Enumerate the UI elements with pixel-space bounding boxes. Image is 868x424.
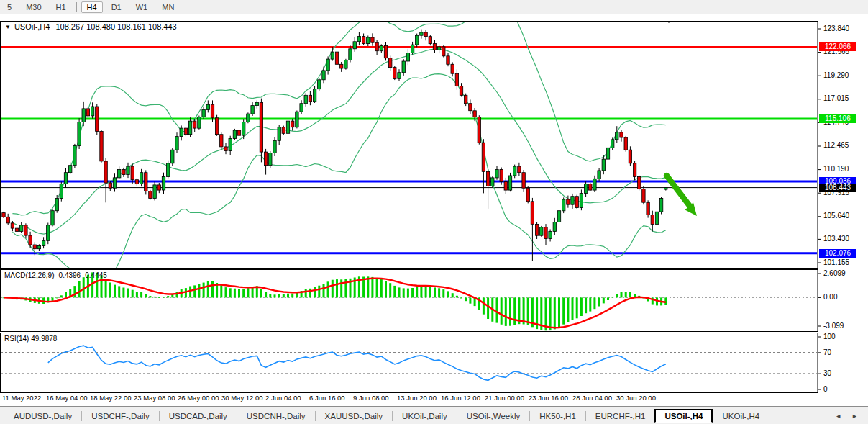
symbol-dropdown-icon[interactable]: ▼ (5, 24, 11, 30)
tab-usdchf-daily[interactable]: USDCHF-,Daily (82, 410, 159, 423)
chart-title: ▼USOil-,H4108.267 108.480 108.161 108.44… (5, 22, 177, 31)
time-axis-label: 2 Jun 04:00 (265, 394, 301, 402)
macd-axis-tick: 2.6099 (823, 269, 846, 277)
macd-axis-tick: -3.099 (823, 322, 844, 330)
time-axis: 11 May 202216 May 04:0018 May 22:0023 Ma… (0, 394, 818, 405)
price-level-label: 115.106 (819, 114, 856, 123)
timeframe-button-h4[interactable]: H4 (81, 1, 103, 13)
timeframe-button-m30[interactable]: M30 (20, 1, 47, 13)
tab-ukoil-h4[interactable]: UKOil-,H4 (713, 410, 769, 423)
time-axis-label: 26 May 00:00 (178, 394, 219, 402)
tab-eurchf-h1[interactable]: EURCHF-,H1 (586, 410, 655, 423)
rsi-axis-tick: 0 (823, 385, 828, 393)
time-axis-label: 16 Jun 12:00 (441, 394, 480, 402)
price-axis-tick: 103.430 (823, 235, 849, 243)
price-axis-tick: 123.840 (823, 24, 849, 32)
time-axis-label: 30 Jun 20:00 (616, 394, 656, 402)
price-axis-tick: 119.290 (823, 71, 849, 79)
time-axis-label: 6 Jun 16:00 (309, 394, 345, 402)
price-level-label: 108.443 (819, 184, 856, 192)
macd-indicator-label: MACD(12,26,9) -0.4396 -0.4445 (4, 271, 107, 279)
price-axis-tick: 117.015 (823, 94, 849, 102)
price-axis-tick: 110.190 (823, 165, 849, 173)
price-axis: 123.840121.565119.290117.015114.740112.4… (818, 14, 868, 407)
tabbar-scroll-left-icon[interactable]: ◄ (835, 412, 841, 420)
tabbar-scroll-right-icon[interactable]: ► (851, 412, 858, 420)
time-axis-label: 18 May 22:00 (90, 394, 132, 402)
tab-audusd-daily[interactable]: AUDUSD-,Daily (4, 410, 81, 423)
time-axis-label: 9 Jun 08:00 (353, 394, 389, 402)
rsi-axis-tick: 30 (823, 369, 831, 377)
tab-usoil-weekly[interactable]: USOil-,Weekly (457, 410, 530, 423)
chart-symbol-label: USOil-,H4 (14, 22, 50, 31)
price-axis-tick: 105.640 (823, 212, 849, 220)
time-axis-label: 16 May 04:00 (46, 394, 88, 402)
trading-terminal-window: 5M30H1H4D1W1MN ▼USOil-,H4108.267 108.480… (0, 0, 868, 424)
chart-ohlc-values: 108.267 108.480 108.161 108.443 (55, 22, 176, 31)
timeframe-button-5[interactable]: 5 (1, 1, 17, 13)
tab-usdcad-daily[interactable]: USDCAD-,Daily (160, 410, 237, 423)
price-axis-tick: 101.155 (823, 258, 849, 266)
time-axis-label: 11 May 2022 (2, 394, 41, 402)
timeframe-toolbar: 5M30H1H4D1W1MN (0, 0, 868, 14)
timeframe-button-w1[interactable]: W1 (130, 1, 154, 13)
tab-ukoil-daily[interactable]: UKOil-,Daily (393, 410, 457, 423)
symbol-tab-bar: AUDUSD-,DailyUSDCHF-,DailyUSDCAD-,DailyU… (0, 406, 868, 424)
timeframe-button-mn[interactable]: MN (156, 1, 180, 13)
time-axis-label: 30 May 12:00 (221, 394, 263, 402)
time-axis-label: 23 May 08:00 (134, 394, 175, 402)
price-level-label: 102.076 (819, 249, 856, 258)
toolbar-separator (76, 2, 77, 12)
time-axis-label: 13 Jun 20:00 (397, 394, 437, 402)
tab-usdcnh-daily[interactable]: USDCNH-,Daily (237, 410, 315, 423)
timeframe-button-d1[interactable]: D1 (106, 1, 127, 13)
rsi-indicator-label: RSI(14) 49.9878 (4, 335, 57, 343)
time-axis-label: 21 Jun 00:00 (485, 394, 524, 402)
time-axis-label: 23 Jun 16:00 (529, 394, 568, 402)
tab-hk50-h1[interactable]: HK50-,H1 (530, 410, 585, 423)
time-axis-label: 28 Jun 04:00 (572, 394, 612, 402)
price-level-label: 122.066 (819, 42, 856, 51)
timeframe-button-h1[interactable]: H1 (50, 1, 72, 13)
price-chart-canvas[interactable] (0, 0, 868, 405)
macd-axis-tick: 0.00 (823, 293, 837, 301)
tab-xauusd-daily[interactable]: XAUUSD-,Daily (316, 410, 393, 423)
rsi-axis-tick: 100 (823, 333, 836, 340)
tab-usoil-h4[interactable]: USOil-,H4 (654, 409, 713, 423)
price-axis-tick: 112.465 (823, 141, 849, 149)
rsi-axis-tick: 70 (823, 348, 831, 356)
